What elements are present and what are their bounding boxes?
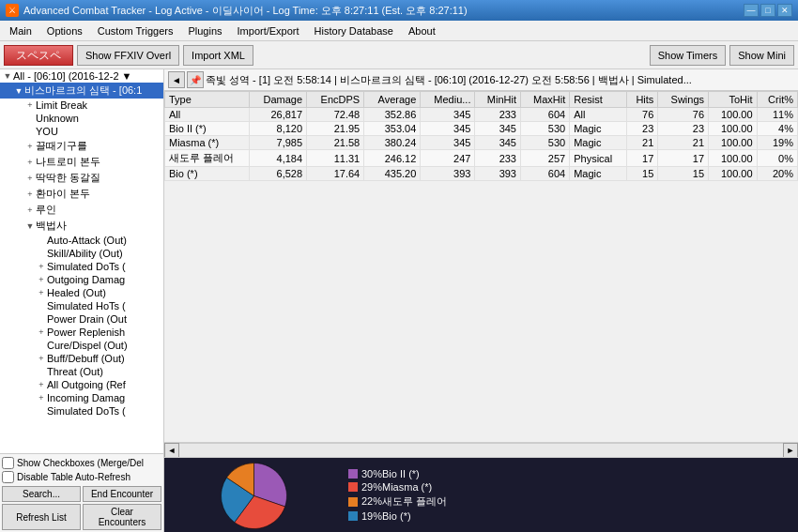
minimize-button[interactable]: — <box>744 4 759 17</box>
tree-expander-13[interactable]: + <box>36 261 47 272</box>
col-swings[interactable]: Swings <box>658 92 709 108</box>
tree-label-12: Skill/Ability (Out) <box>47 248 123 259</box>
ffxiv-overlay-button[interactable]: スペスペ <box>4 45 73 66</box>
show-checkboxes-checkbox[interactable] <box>2 457 14 469</box>
table-row[interactable]: Bio (*)6,52817.64435.20393393604Magic151… <box>165 167 798 181</box>
col-type[interactable]: Type <box>165 92 250 108</box>
table-row[interactable]: 새도루 플레어4,18411.31246.12247233257Physical… <box>165 150 798 167</box>
tree-item-17[interactable]: Power Drain (Out <box>0 312 163 326</box>
tree-item-7[interactable]: +딱딱한 동갈질 <box>0 170 163 186</box>
close-button[interactable]: ✕ <box>777 4 792 17</box>
tree-label-24: Simulated DoTs ( <box>47 405 126 417</box>
tree-item-24[interactable]: Simulated DoTs ( <box>0 404 163 418</box>
tree-expander-15[interactable]: + <box>36 287 47 298</box>
scroll-track[interactable] <box>179 443 783 458</box>
tree-expander-2[interactable]: + <box>24 99 36 111</box>
tree-item-15[interactable]: +Healed (Out) <box>0 286 163 299</box>
tree-expander-23[interactable]: + <box>36 392 47 403</box>
tree-expander-14[interactable]: + <box>36 274 47 285</box>
col-tohit[interactable]: ToHit <box>709 92 758 108</box>
tree-item-13[interactable]: +Simulated DoTs ( <box>0 260 163 273</box>
tree-label-6: 나트로미 본두 <box>36 155 100 169</box>
tree-expander-9[interactable]: + <box>24 205 36 216</box>
legend-text-0: 30%Bio II (*) <box>361 468 420 479</box>
tree-item-6[interactable]: +나트로미 본두 <box>0 154 163 170</box>
menu-import-export[interactable]: Import/Export <box>230 23 307 38</box>
menu-plugins[interactable]: Plugins <box>180 23 229 38</box>
show-ffxiv-button[interactable]: Show FFXIV Overl <box>77 45 179 66</box>
cell-1-8: 23 <box>626 122 658 136</box>
tree-expander-18[interactable]: + <box>36 327 47 338</box>
h-scrollbar[interactable]: ◄ ► <box>164 442 798 457</box>
tree-item-1[interactable]: ▼비스마르크의 심택 - [06:1 <box>0 83 163 99</box>
tree-item-18[interactable]: +Power Replenish <box>0 326 163 339</box>
nav-back-button[interactable]: ◄ <box>168 71 185 88</box>
table-row[interactable]: All26,81772.48352.86345233604All7676100.… <box>165 108 798 122</box>
tree-item-19[interactable]: Cure/Dispel (Out) <box>0 339 163 352</box>
col-average[interactable]: Average <box>364 92 421 108</box>
tree-expander-20[interactable]: + <box>36 353 47 364</box>
tree-item-11[interactable]: Auto-Attack (Out) <box>0 234 163 247</box>
tree-item-8[interactable]: +환마이 본두 <box>0 186 163 202</box>
window-controls: — □ ✕ <box>744 4 792 17</box>
left-button-row: Search... End Encounter <box>2 486 161 502</box>
refresh-list-button[interactable]: Refresh List <box>2 504 81 530</box>
menu-main[interactable]: Main <box>2 23 39 38</box>
scroll-right-button[interactable]: ► <box>783 443 798 458</box>
tree-item-22[interactable]: +All Outgoing (Ref <box>0 378 163 391</box>
col-median[interactable]: Mediu... <box>421 92 475 108</box>
cell-3-7: Physical <box>570 150 626 167</box>
search-button[interactable]: Search... <box>2 486 81 502</box>
col-resist[interactable]: Resist <box>570 92 626 108</box>
tree-item-3[interactable]: Unknown <box>0 112 163 125</box>
clear-encounters-button[interactable]: Clear Encounters <box>83 504 161 530</box>
tree-expander-22[interactable]: + <box>36 379 47 390</box>
damage-table: Type Damage EncDPS Average Mediu... MinH… <box>164 91 798 181</box>
tree-view[interactable]: ▼All - [06:10] (2016-12-2 ▼▼비스마르크의 심택 - … <box>0 69 163 453</box>
end-encounter-button[interactable]: End Encounter <box>83 486 161 502</box>
scroll-left-button[interactable]: ◄ <box>164 443 179 458</box>
tree-item-0[interactable]: ▼All - [06:10] (2016-12-2 ▼ <box>0 69 163 83</box>
tree-item-21[interactable]: Threat (Out) <box>0 365 163 378</box>
tree-item-4[interactable]: YOU <box>0 125 163 138</box>
legend-item-1: 29%Miasma (*) <box>348 481 792 493</box>
title-text: Advanced Combat Tracker - Log Active - 이… <box>23 4 744 18</box>
show-mini-button[interactable]: Show Mini <box>729 45 794 66</box>
maximize-button[interactable]: □ <box>760 4 775 17</box>
tree-item-10[interactable]: ▼백법사 <box>0 218 163 234</box>
tree-item-9[interactable]: +루인 <box>0 202 163 218</box>
col-encdps[interactable]: EncDPS <box>307 92 364 108</box>
cell-0-4: 345 <box>421 108 475 122</box>
disable-auto-refresh-checkbox[interactable] <box>2 471 14 483</box>
tree-expander-10[interactable]: ▼ <box>24 220 36 232</box>
tree-expander-5[interactable]: + <box>24 141 36 152</box>
tree-item-2[interactable]: +Limit Break <box>0 99 163 112</box>
menu-history-database[interactable]: History Database <box>307 23 401 38</box>
menu-options[interactable]: Options <box>39 23 90 38</box>
tree-item-5[interactable]: +끌때기구를 <box>0 138 163 154</box>
tree-item-12[interactable]: Skill/Ability (Out) <box>0 247 163 260</box>
tree-label-21: Threat (Out) <box>47 366 103 377</box>
col-maxhit[interactable]: MaxHit <box>520 92 569 108</box>
tree-expander-0[interactable]: ▼ <box>2 70 13 82</box>
tree-expander-8[interactable]: + <box>24 189 36 200</box>
show-timers-button[interactable]: Show Timers <box>650 45 727 66</box>
table-row[interactable]: Miasma (*)7,98521.58380.24345345530Magic… <box>165 136 798 150</box>
data-table-container[interactable]: Type Damage EncDPS Average Mediu... MinH… <box>164 91 798 442</box>
menu-custom-triggers[interactable]: Custom Triggers <box>90 23 181 38</box>
col-hits[interactable]: Hits <box>626 92 658 108</box>
tree-item-16[interactable]: Simulated HoTs ( <box>0 299 163 312</box>
tree-item-20[interactable]: +Buff/Debuff (Out) <box>0 352 163 365</box>
tree-item-23[interactable]: +Incoming Damag <box>0 391 163 404</box>
table-row[interactable]: Bio II (*)8,12021.95353.04345345530Magic… <box>165 122 798 136</box>
col-damage[interactable]: Damage <box>250 92 307 108</box>
tree-expander-6[interactable]: + <box>24 157 36 168</box>
tree-item-14[interactable]: +Outgoing Damag <box>0 273 163 286</box>
menu-about[interactable]: About <box>401 23 443 38</box>
col-crit[interactable]: Crit% <box>757 92 797 108</box>
col-minhit[interactable]: MinHit <box>475 92 521 108</box>
tree-expander-7[interactable]: + <box>24 173 36 184</box>
nav-bookmark-button[interactable]: 📌 <box>187 71 204 88</box>
tree-expander-1[interactable]: ▼ <box>13 85 24 97</box>
import-xml-button[interactable]: Import XML <box>183 45 253 66</box>
